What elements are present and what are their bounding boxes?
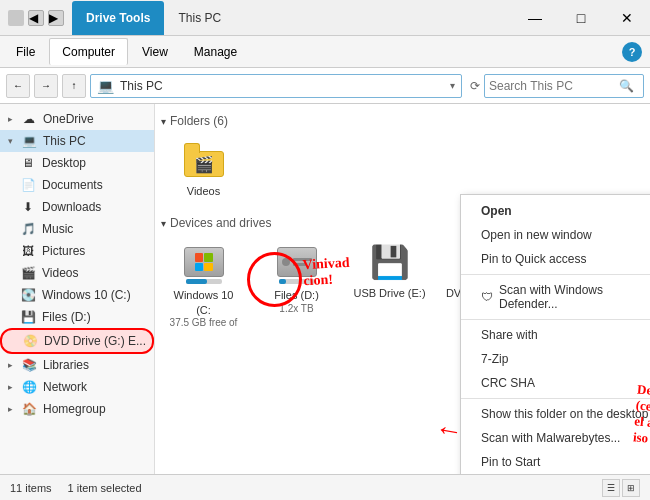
sidebar-label-windows-c: Windows 10 (C:) [42,288,131,302]
drive-d-icon: 💾 [20,309,36,325]
homegroup-icon: 🏠 [21,401,37,417]
folder-videos[interactable]: 🎬 Videos [161,134,246,204]
folders-label: Folders (6) [170,114,228,128]
up-button[interactable]: ↑ [62,74,86,98]
sidebar: ▸ ☁ OneDrive ▾ 💻 This PC 🖥 Desktop 📄 Doc… [0,104,155,474]
ctx-show-desktop[interactable]: Show this folder on the desktop [461,402,650,426]
sidebar-label-this-pc: This PC [43,134,86,148]
address-input[interactable]: 💻 This PC ▾ [90,74,462,98]
window-icon [8,10,24,26]
sidebar-label-network: Network [43,380,87,394]
sidebar-item-files-d[interactable]: 💾 Files (D:) [0,306,154,328]
ctx-open-new-window[interactable]: Open in new window [461,223,650,247]
onedrive-icon: ☁ [21,111,37,127]
items-count: 11 items [10,482,52,494]
ctx-scan-defender[interactable]: 🛡 Scan with Windows Defender... [461,278,650,316]
ctx-7zip[interactable]: 7-Zip › [461,347,650,371]
sidebar-label-files-d: Files (D:) [42,310,91,324]
ribbon-tab-computer[interactable]: Computer [49,38,128,65]
folders-section-header: ▾ Folders (6) [161,110,644,134]
list-view-button[interactable]: ☰ [602,479,620,497]
drive-windows-c[interactable]: Windows 10 (C: 37.5 GB free of [161,236,246,347]
sidebar-item-downloads[interactable]: ⬇ Downloads [0,196,154,218]
ribbon-tab-file[interactable]: File [4,39,47,65]
sidebar-label-dvd-g: DVD Drive (G:) E... [44,334,146,348]
videos-icon: 🎬 [20,265,36,281]
help-button[interactable]: ? [622,42,642,62]
sidebar-item-libraries[interactable]: ▸ 📚 Libraries [0,354,154,376]
downloads-icon: ⬇ [20,199,36,215]
ribbon-tab-view[interactable]: View [130,39,180,65]
videos-folder-icon: 🎬 [184,140,224,180]
quick-access-btn[interactable]: ◀ [28,10,44,26]
file-area: ▾ Folders (6) 🎬 Videos ▾ Devices and dri [155,104,650,474]
sidebar-label-onedrive: OneDrive [43,112,94,126]
expand-icon-net: ▸ [8,382,13,392]
sidebar-label-music: Music [42,222,73,236]
folders-arrow[interactable]: ▾ [161,116,166,127]
files-d-sublabel: 1.2x TB [279,303,313,314]
ctx-sep-2 [461,319,650,320]
desktop-icon: 🖥 [20,155,36,171]
libraries-icon: 📚 [21,357,37,373]
sidebar-item-desktop[interactable]: 🖥 Desktop [0,152,154,174]
search-input[interactable] [489,79,619,93]
maximize-button[interactable]: □ [558,0,604,36]
sidebar-label-downloads: Downloads [42,200,101,214]
sidebar-item-windows-c[interactable]: 💽 Windows 10 (C:) [0,284,154,306]
ctx-share-with[interactable]: Share with › [461,323,650,347]
documents-icon: 📄 [20,177,36,193]
tab-drive-tools[interactable]: Drive Tools [72,1,164,35]
status-info: 11 items 1 item selected [10,482,142,494]
pictures-icon: 🖼 [20,243,36,259]
back-button[interactable]: ← [6,74,30,98]
refresh-button[interactable]: ⟳ [470,79,480,93]
ctx-pin-start[interactable]: Pin to Start [461,450,650,474]
drive-usb-e[interactable]: 💾 USB Drive (E:) [347,236,432,347]
ctx-crc-sha[interactable]: CRC SHA › [461,371,650,395]
sidebar-item-videos[interactable]: 🎬 Videos [0,262,154,284]
sidebar-label-documents: Documents [42,178,103,192]
ctx-pin-quick[interactable]: Pin to Quick access [461,247,650,271]
usb-e-icon: 💾 [370,242,410,282]
drive-files-d[interactable]: Files (D:) 1.2x TB [254,236,339,347]
main-area: ▸ ☁ OneDrive ▾ 💻 This PC 🖥 Desktop 📄 Doc… [0,104,650,474]
sidebar-item-network[interactable]: ▸ 🌐 Network [0,376,154,398]
detail-view-button[interactable]: ⊞ [622,479,640,497]
devices-label: Devices and drives [170,216,271,230]
sidebar-label-libraries: Libraries [43,358,89,372]
ctx-open[interactable]: Open [461,199,650,223]
devices-arrow[interactable]: ▾ [161,218,166,229]
sidebar-item-this-pc[interactable]: ▾ 💻 This PC [0,130,154,152]
search-box[interactable]: 🔍 [484,74,644,98]
forward-button[interactable]: → [34,74,58,98]
minimize-button[interactable]: — [512,0,558,36]
expand-icon: ▸ [8,114,13,124]
sidebar-item-onedrive[interactable]: ▸ ☁ OneDrive [0,108,154,130]
files-d-icon [274,242,320,284]
this-pc-icon: 💻 [21,133,37,149]
ctx-sep-1 [461,274,650,275]
sidebar-item-homegroup[interactable]: ▸ 🏠 Homegroup [0,398,154,420]
sidebar-label-homegroup: Homegroup [43,402,106,416]
address-dropdown-arrow[interactable]: ▾ [450,80,455,91]
drive-c-icon: 💽 [20,287,36,303]
ctx-scan-malwarebytes[interactable]: Scan with Malwarebytes... [461,426,650,450]
windows-c-label: Windows 10 (C: [165,288,242,317]
title-bar: ◀ ▶ Drive Tools This PC — □ ✕ [0,0,650,36]
sidebar-item-pictures[interactable]: 🖼 Pictures [0,240,154,262]
sidebar-item-documents[interactable]: 📄 Documents [0,174,154,196]
ribbon-tab-manage[interactable]: Manage [182,39,249,65]
videos-folder-label: Videos [187,184,220,198]
quick-access-btn2[interactable]: ▶ [48,10,64,26]
expand-icon-home: ▸ [8,404,13,414]
windows-c-icon [181,242,227,284]
close-button[interactable]: ✕ [604,0,650,36]
sidebar-item-music[interactable]: 🎵 Music [0,218,154,240]
status-bar: 11 items 1 item selected ☰ ⊞ [0,474,650,500]
address-bar: ← → ↑ 💻 This PC ▾ ⟳ 🔍 [0,68,650,104]
tab-this-pc-title[interactable]: This PC [164,1,235,35]
sidebar-item-dvd-g[interactable]: 📀 DVD Drive (G:) E... [0,328,154,354]
search-icon: 🔍 [619,79,634,93]
expand-icon-thispc: ▾ [8,136,13,146]
